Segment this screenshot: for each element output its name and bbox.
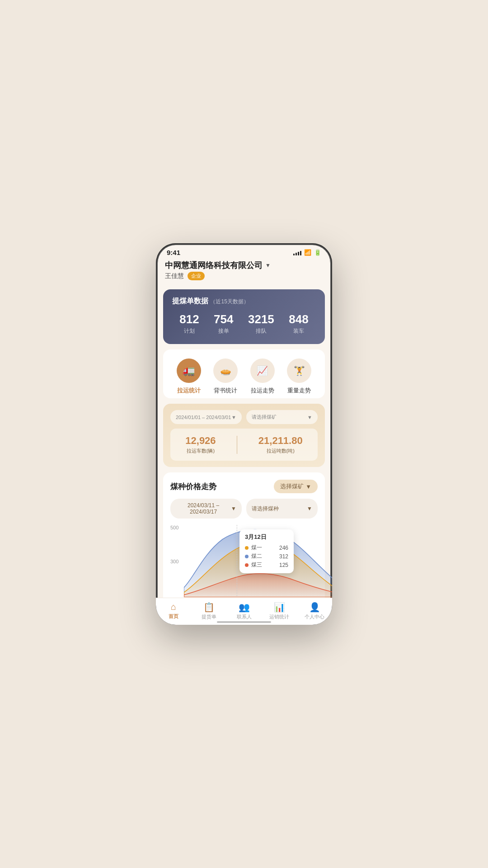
- vehicles-label: 拉运车数(辆): [185, 448, 216, 454]
- coal1-label: 煤一: [251, 544, 262, 552]
- coal1-value: 246: [279, 545, 288, 551]
- price-header: 煤种价格走势 选择煤矿 ▼: [170, 480, 318, 493]
- coal-stat-queue: 3215 排队: [248, 312, 274, 335]
- price-filter-row: 2024/03/11 – 2024/03/17 ▼ 请选择煤种 ▼: [170, 499, 318, 519]
- coal-type-placeholder: 请选择煤种: [252, 505, 279, 513]
- delivery-icon: 📋: [203, 602, 215, 613]
- home-icon: ⌂: [171, 602, 176, 612]
- weight-icon: 🏋️: [294, 365, 305, 376]
- menu-label-trend: 拉运走势: [251, 387, 274, 395]
- nav-item-sales[interactable]: 📊 运销统计: [262, 602, 297, 623]
- filter-section: 2024/01/01 – 2024/03/01 ▼ 请选择煤矿 ▼ 12,926…: [163, 404, 325, 467]
- tooltip-item-coal2: 煤二 312: [245, 552, 288, 560]
- y-label-500: 500: [170, 525, 178, 530]
- header: 中网慧通网络科技有限公司 ▼ 王佳慧 企业: [156, 258, 332, 286]
- enterprise-badge: 企业: [188, 272, 205, 280]
- contacts-icon: 👥: [239, 602, 250, 613]
- tonnage-num: 21,211.80: [258, 435, 303, 447]
- vehicles-num: 12,926: [185, 435, 216, 447]
- select-mine-dropdown-icon: ▼: [305, 483, 311, 490]
- wifi-icon: 📶: [304, 249, 311, 256]
- coal-stat-load: 848 装车: [289, 312, 308, 335]
- price-date-range-button[interactable]: 2024/03/11 – 2024/03/17 ▼: [170, 499, 242, 519]
- profile-icon: 👤: [309, 602, 320, 613]
- nav-label-delivery: 提货单: [202, 613, 216, 620]
- tooltip-item-coal1: 煤一 246: [245, 544, 288, 552]
- coal2-dot: [245, 555, 249, 558]
- menu-item-weight[interactable]: 🏋️ 重量走势: [287, 359, 311, 395]
- user-name: 王佳慧: [165, 272, 184, 280]
- date-range-value: 2024/01/01 – 2024/03/01: [176, 415, 231, 420]
- price-section: 煤种价格走势 选择煤矿 ▼ 2024/03/11 – 2024/03/17 ▼ …: [163, 472, 325, 604]
- mine-placeholder: 请选择煤矿: [252, 414, 277, 420]
- sales-icon: 📊: [274, 602, 285, 613]
- tonnage-stat: 21,211.80 拉运吨数(吨): [258, 435, 303, 454]
- chart-area: 500 300: [170, 525, 318, 597]
- nav-item-profile[interactable]: 👤 个人中心: [297, 602, 332, 623]
- status-icons: 📶 🔋: [293, 249, 321, 256]
- coal-card-title: 提煤单数据: [172, 297, 208, 305]
- coal-stat-queue-label: 排队: [248, 327, 274, 335]
- transport-icon-wrap: 🚛: [177, 359, 201, 383]
- endorsement-icon-wrap: 🥧: [213, 359, 238, 383]
- menu-item-transport[interactable]: 🚛 拉运统计: [177, 359, 201, 395]
- coal-stat-plan: 812 计划: [179, 312, 199, 335]
- bottom-nav: ⌂ 首页 📋 提货单 👥 联系人 📊 运销统计 👤 个人中心: [156, 598, 332, 625]
- truck-icon: 🚛: [183, 365, 195, 377]
- coal-type-button[interactable]: 请选择煤种 ▼: [246, 499, 318, 519]
- coal-stat-accepted: 754 接单: [214, 312, 233, 335]
- coal-stats: 812 计划 754 接单 3215 排队 848 装车: [172, 312, 316, 335]
- menu-label-endorsement: 背书统计: [214, 387, 237, 395]
- chart-icon: 📈: [257, 365, 268, 376]
- price-date-range-value: 2024/03/11 – 2024/03/17: [176, 502, 231, 515]
- chart-y-labels: 500 300: [170, 525, 178, 597]
- pie-icon: 🥧: [220, 365, 231, 376]
- status-bar: 9:41 📶 🔋: [156, 243, 332, 258]
- date-range-button[interactable]: 2024/01/01 – 2024/03/01 ▼: [170, 410, 242, 424]
- menu-label-weight: 重量走势: [287, 387, 311, 395]
- weight-icon-wrap: 🏋️: [287, 359, 311, 383]
- nav-label-home: 首页: [169, 613, 178, 620]
- status-time: 9:41: [167, 249, 180, 256]
- company-dropdown-icon[interactable]: ▼: [265, 262, 271, 269]
- coal-order-card: 提煤单数据 （近15天数据） 812 计划 754 接单 3215 排队 848: [163, 289, 325, 344]
- coal3-value: 125: [279, 562, 288, 568]
- coal1-dot: [245, 546, 249, 550]
- select-mine-button[interactable]: 选择煤矿 ▼: [274, 480, 318, 493]
- coal-stat-queue-num: 3215: [248, 312, 274, 326]
- coal-stat-load-num: 848: [289, 312, 308, 326]
- menu-item-trend[interactable]: 📈 拉运走势: [250, 359, 275, 395]
- nav-item-contacts[interactable]: 👥 联系人: [226, 602, 262, 623]
- nav-item-home[interactable]: ⌂ 首页: [156, 602, 191, 623]
- vehicles-stat: 12,926 拉运车数(辆): [185, 435, 216, 454]
- quick-menu: 🚛 拉运统计 🥧 背书统计 📈 拉运走势 🏋️ 重量走势: [163, 349, 325, 398]
- coal-type-dropdown-icon: ▼: [307, 505, 312, 512]
- price-title: 煤种价格走势: [170, 481, 216, 492]
- company-name: 中网慧通网络科技有限公司: [165, 260, 263, 271]
- scroll-content: 提煤单数据 （近15天数据） 812 计划 754 接单 3215 排队 848: [156, 286, 332, 625]
- coal-stat-load-label: 装车: [289, 327, 308, 335]
- mine-select-button[interactable]: 请选择煤矿 ▼: [246, 410, 318, 424]
- chart-tooltip: 3月12日 煤一 246 煤二 312 煤三 125: [239, 529, 294, 573]
- stat-divider: [237, 436, 237, 454]
- signal-icon: [293, 250, 301, 255]
- trend-icon-wrap: 📈: [250, 359, 275, 383]
- menu-label-transport: 拉运统计: [177, 387, 201, 395]
- coal-stat-plan-num: 812: [179, 312, 199, 326]
- tooltip-item-coal3: 煤三 125: [245, 561, 288, 569]
- select-mine-label: 选择煤矿: [280, 482, 304, 491]
- coal2-label: 煤二: [251, 552, 262, 560]
- coal2-value: 312: [279, 553, 288, 560]
- menu-item-endorsement[interactable]: 🥧 背书统计: [213, 359, 238, 395]
- coal-stat-plan-label: 计划: [179, 327, 199, 335]
- nav-label-sales: 运销统计: [269, 613, 289, 620]
- mine-dropdown-icon: ▼: [307, 415, 312, 420]
- tonnage-label: 拉运吨数(吨): [258, 448, 303, 454]
- coal3-label: 煤三: [251, 561, 262, 569]
- filter-row: 2024/01/01 – 2024/03/01 ▼ 请选择煤矿 ▼: [170, 410, 318, 424]
- y-label-300: 300: [170, 559, 178, 564]
- coal3-dot: [245, 563, 249, 567]
- nav-label-profile: 个人中心: [305, 613, 324, 620]
- nav-item-delivery[interactable]: 📋 提货单: [191, 602, 226, 623]
- phone-frame: 9:41 📶 🔋 中网慧通网络科技有限公司 ▼ 王佳慧 企业 提煤单数据: [156, 243, 332, 625]
